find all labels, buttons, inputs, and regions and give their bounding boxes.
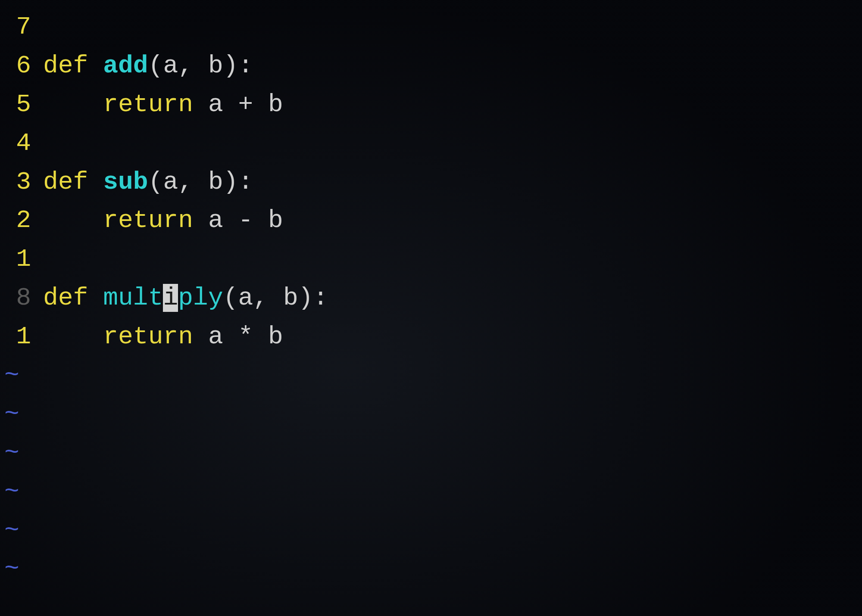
param: a [238, 284, 253, 312]
code-line[interactable]: 4 [0, 124, 862, 163]
keyword-def: def [43, 52, 103, 80]
empty-buffer-line: ~ [0, 395, 862, 434]
indent [43, 206, 103, 234]
line-number: 2 [0, 201, 43, 240]
code-content: def add(a, b): [43, 47, 862, 85]
tilde-marker: ~ [4, 511, 19, 550]
keyword-def: def [43, 168, 103, 196]
indent [43, 90, 103, 118]
expression: a - b [208, 206, 283, 234]
code-line[interactable]: 3 def sub(a, b): [0, 163, 862, 202]
code-content: return a * b [43, 317, 862, 356]
code-line-current[interactable]: 8 def multiply(a, b): [0, 279, 862, 317]
tilde-marker: ~ [4, 395, 19, 434]
line-number: 5 [0, 85, 43, 124]
keyword-return: return [103, 90, 208, 118]
line-number: 1 [0, 240, 43, 279]
empty-buffer-line: ~ [0, 550, 862, 588]
code-content [43, 8, 862, 47]
paren-close: ) [298, 284, 313, 312]
param: b [208, 168, 223, 196]
function-name: ply [178, 284, 223, 312]
tilde-marker: ~ [4, 550, 19, 588]
code-content: def multiply(a, b): [43, 279, 862, 317]
expression: a * b [208, 323, 283, 351]
line-number: 1 [0, 317, 43, 356]
code-content [43, 124, 862, 163]
code-editor[interactable]: 7 6 def add(a, b): 5 return a + b 4 3 de… [0, 8, 862, 588]
line-number: 4 [0, 124, 43, 163]
param: a [163, 52, 178, 80]
keyword-return: return [103, 323, 208, 351]
code-content: def sub(a, b): [43, 163, 862, 202]
cursor: i [163, 284, 178, 312]
line-number-current: 8 [0, 279, 43, 317]
paren-close: ) [223, 168, 238, 196]
indent [43, 323, 103, 351]
code-line[interactable]: 5 return a + b [0, 85, 862, 124]
code-content: return a - b [43, 201, 862, 240]
separator: , [178, 52, 208, 80]
code-content [43, 240, 862, 279]
separator: , [178, 168, 208, 196]
code-line[interactable]: 1 [0, 240, 862, 279]
empty-buffer-line: ~ [0, 434, 862, 473]
line-number: 6 [0, 47, 43, 85]
param: a [163, 168, 178, 196]
code-line[interactable]: 6 def add(a, b): [0, 47, 862, 85]
expression: a + b [208, 90, 283, 118]
colon: : [238, 168, 253, 196]
empty-buffer-line: ~ [0, 356, 862, 395]
code-content: return a + b [43, 85, 862, 124]
keyword-def: def [43, 284, 103, 312]
paren-open: ( [223, 284, 238, 312]
code-line[interactable]: 2 return a - b [0, 201, 862, 240]
line-number: 7 [0, 8, 43, 47]
tilde-marker: ~ [4, 434, 19, 473]
separator: , [253, 284, 283, 312]
paren-close: ) [223, 52, 238, 80]
colon: : [238, 52, 253, 80]
code-line[interactable]: 7 [0, 8, 862, 47]
function-name: mult [103, 284, 163, 312]
function-name: add [103, 52, 148, 80]
function-name: sub [103, 168, 148, 196]
colon: : [313, 284, 328, 312]
code-line[interactable]: 1 return a * b [0, 317, 862, 356]
empty-buffer-line: ~ [0, 511, 862, 550]
paren-open: ( [148, 168, 163, 196]
keyword-return: return [103, 206, 208, 234]
tilde-marker: ~ [4, 473, 19, 511]
param: b [283, 284, 298, 312]
tilde-marker: ~ [4, 356, 19, 395]
paren-open: ( [148, 52, 163, 80]
param: b [208, 52, 223, 80]
empty-buffer-line: ~ [0, 473, 862, 511]
line-number: 3 [0, 163, 43, 202]
